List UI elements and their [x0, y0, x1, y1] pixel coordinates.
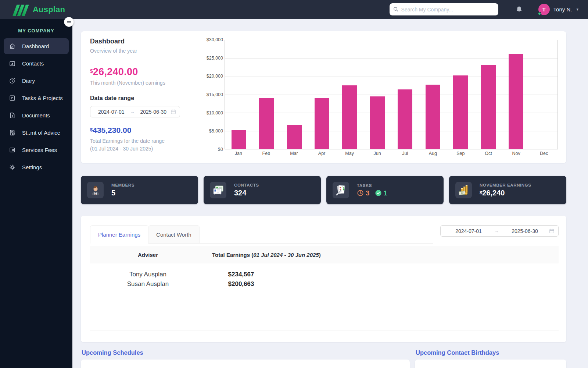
search-icon — [393, 7, 399, 12]
adviser-name: Susan Ausplan — [90, 280, 206, 288]
page-subtitle: Overview of the year — [90, 48, 203, 54]
table-row[interactable]: Tony Ausplan $234,567 — [90, 270, 559, 279]
currency-sign: $ — [90, 68, 93, 74]
sidebar-item-documents[interactable]: Documents — [4, 107, 69, 123]
overview-card: Dashboard Overview of the year $26,240.0… — [81, 31, 566, 163]
stat-label: MEMBERS — [111, 183, 135, 187]
stat-label: NOVEMBER EARNINGS — [480, 183, 531, 187]
brand-name: Ausplan — [33, 5, 65, 14]
chart-x-axis: JanFebMarAprMayJunJulAugSepOctNovDec — [225, 151, 558, 156]
upcoming-contact-birthdays-title: Upcoming Contact Birthdays — [415, 349, 566, 356]
amount-value: 26,240.00 — [93, 66, 138, 77]
user-menu[interactable]: T Tony N. ▾ — [538, 4, 578, 15]
sidebar-item-contacts[interactable]: Contacts — [4, 56, 69, 71]
stat-value: $26,240 — [480, 189, 531, 197]
chart-y-axis: $30,000$25,000$20,000$15,000$10,000$5,00… — [203, 40, 225, 149]
stat-value: 5 — [111, 189, 135, 197]
chart-bar-may — [342, 85, 357, 149]
x-tick-label: Oct — [474, 151, 502, 156]
x-tick-label: Jul — [391, 151, 419, 156]
caption-line: (01 Jul 2024 - 30 Jun 2025) — [90, 146, 153, 152]
chart-bar-jul — [398, 89, 412, 149]
tasks-done-count: 1 — [384, 189, 388, 197]
online-status-dot — [538, 12, 541, 15]
sidebar-item-label: St..mt of Advice — [22, 130, 60, 136]
global-search[interactable] — [390, 3, 498, 15]
x-tick-label: Sep — [447, 151, 475, 156]
tab-contact-worth[interactable]: Contact Worth — [148, 225, 200, 244]
kanban-icon — [9, 95, 16, 102]
tasks-stat-card[interactable]: TASKS 3 1 — [326, 176, 444, 204]
sidebar-item-label: Contacts — [22, 60, 44, 67]
range-arrow-icon: → — [129, 109, 136, 114]
chart-bar-aug — [426, 85, 440, 149]
x-tick-label: Nov — [502, 151, 530, 156]
page-title: Dashboard — [90, 38, 203, 45]
chart-bar-jun — [370, 96, 385, 149]
total-earnings-amount: $435,230.00 — [90, 126, 203, 135]
sidebar-item-dashboard[interactable]: Dashboard — [4, 38, 69, 54]
search-input[interactable] — [401, 7, 495, 13]
sidebar-item-label: Dashboard — [22, 43, 49, 49]
y-tick-label: $10,000 — [207, 110, 223, 116]
adviser-name: Tony Ausplan — [90, 271, 206, 278]
document-check-icon — [9, 129, 16, 136]
chart-bar-oct — [481, 65, 496, 149]
chevron-down-icon: ▾ — [576, 7, 578, 12]
y-tick-label: $20,000 — [207, 74, 223, 79]
chart-plot — [225, 40, 558, 149]
businessman-icon — [87, 182, 104, 198]
contacts-stat-card[interactable]: CONTACTS 324 — [204, 176, 321, 204]
calendar-icon — [549, 228, 555, 234]
total-earnings-caption: Total Earnings for the date range (01 Ju… — [90, 137, 203, 153]
document-plus-icon — [9, 112, 16, 119]
stat-label: TASKS — [357, 183, 387, 188]
sidebar-item-tasks-projects[interactable]: Tasks & Projects — [4, 90, 69, 106]
amount-value: 26,240 — [482, 189, 505, 197]
y-tick-label: $15,000 — [207, 92, 223, 97]
avatar-initial: T — [542, 6, 546, 13]
company-name-label: MY COMPANY — [0, 28, 72, 33]
range-end-value[interactable]: 2025-06-30 — [136, 109, 171, 115]
sidebar-item-label: Settings — [22, 164, 42, 170]
contact-cards-icon — [210, 182, 226, 198]
upcoming-schedules-title: Upcoming Schedules — [81, 349, 410, 356]
sidebar-item-settings[interactable]: Settings — [4, 159, 69, 175]
notifications-button[interactable] — [515, 6, 523, 14]
tasks-pending-count: 3 — [366, 189, 370, 197]
range-start-value[interactable]: 2024-07-01 — [94, 109, 129, 115]
sidebar-item-statement-of-advice[interactable]: St..mt of Advice — [4, 125, 69, 141]
earnings-bar-chart: $30,000$25,000$20,000$15,000$10,000$5,00… — [203, 31, 566, 163]
header-text: ) — [319, 252, 321, 258]
sidebar-collapse-button[interactable] — [64, 17, 74, 27]
total-earnings-column-header: Total Earnings (01 Jul 2024 - 30 Jun 202… — [206, 250, 559, 259]
panel-date-range-picker[interactable]: 2024-07-01 → 2025-06-30 — [440, 225, 559, 237]
sidebar: MY COMPANY Dashboard Contacts Diary — [0, 19, 72, 368]
x-tick-label: Mar — [280, 151, 308, 156]
range-end-value[interactable]: 2025-06-30 — [501, 228, 549, 234]
members-stat-card[interactable]: MEMBERS 5 — [81, 176, 198, 204]
chart-bar-nov — [509, 54, 523, 149]
bell-icon — [515, 6, 523, 14]
x-tick-label: Dec — [530, 151, 558, 156]
data-date-range-picker[interactable]: 2024-07-01 → 2025-06-30 — [90, 106, 180, 117]
chart-bar-jan — [232, 130, 246, 149]
table-row[interactable]: Susan Ausplan $200,663 — [90, 279, 559, 289]
november-earnings-stat-card[interactable]: NOVEMBER EARNINGS $26,240 — [449, 176, 566, 204]
data-date-range-label: Data date range — [90, 95, 203, 102]
calendar-icon — [171, 109, 176, 114]
money-icon — [455, 182, 472, 198]
x-tick-label: Jan — [225, 151, 252, 156]
range-start-value[interactable]: 2024-07-01 — [444, 228, 493, 234]
chart-bar-feb — [259, 98, 274, 149]
table-header-row: Adviser Total Earnings (01 Jul 2024 - 30… — [90, 246, 559, 263]
user-name: Tony N. — [553, 6, 572, 13]
tab-planner-earnings[interactable]: Planner Earnings — [90, 225, 148, 244]
brand-logo[interactable]: Ausplan — [12, 3, 65, 16]
y-tick-label: $5,000 — [209, 128, 223, 134]
header-date-range: 01 Jul 2024 - 30 Jun 2025 — [253, 252, 319, 258]
sidebar-item-services-fees[interactable]: Services Fees — [4, 142, 69, 158]
tab-label: Planner Earnings — [98, 231, 140, 238]
sidebar-item-diary[interactable]: Diary — [4, 73, 69, 89]
upcoming-contact-birthdays-card — [415, 360, 566, 368]
